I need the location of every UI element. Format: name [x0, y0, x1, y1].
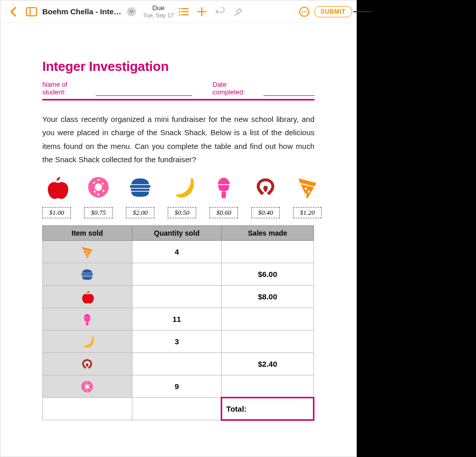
- cell-sales[interactable]: [222, 375, 314, 398]
- document-title: Boehm Chella - Integers I...: [42, 7, 124, 16]
- price-row: $1.00 $0.75 $2.00 $0.50 $0.60 $0.40 $1.2…: [42, 174, 314, 218]
- table-row: 3: [43, 331, 314, 353]
- due-block: Due Tue, Sep 17: [143, 5, 174, 18]
- name-label: Name of student:: [42, 81, 93, 96]
- undo-icon[interactable]: [211, 3, 229, 20]
- cell-qty[interactable]: [132, 353, 222, 375]
- price-item-banana: $0.50: [168, 174, 196, 218]
- svg-rect-14: [27, 8, 37, 16]
- price-item-pretzel: $0.40: [251, 174, 280, 218]
- price-box-icecream[interactable]: $0.60: [209, 207, 238, 218]
- date-blank-line[interactable]: [263, 89, 314, 96]
- icecream-icon: [212, 174, 235, 200]
- apple-icon: [45, 174, 68, 200]
- table-row: $8.00: [43, 286, 314, 308]
- gavel-icon[interactable]: [230, 3, 247, 20]
- submit-button[interactable]: SUBMIT: [314, 6, 352, 17]
- back-button[interactable]: [5, 3, 22, 20]
- intro-text: Your class recently organized a mini fun…: [42, 113, 314, 166]
- cell-qty[interactable]: 11: [132, 308, 222, 331]
- price-box-donut[interactable]: $0.75: [84, 207, 113, 218]
- cell-sales[interactable]: [222, 331, 314, 353]
- title-dropdown[interactable]: [127, 7, 136, 16]
- price-item-donut: $0.75: [84, 174, 113, 218]
- price-box-burger[interactable]: $2.00: [126, 207, 154, 218]
- price-box-pizza[interactable]: $1.20: [293, 207, 322, 218]
- pizza-icon: [296, 174, 319, 200]
- header-sales: Sales made: [222, 226, 314, 241]
- total-blank-2: [132, 398, 222, 420]
- page-heading: Integer Investigation: [42, 59, 314, 74]
- price-box-apple[interactable]: $1.00: [42, 207, 71, 218]
- price-box-pretzel[interactable]: $0.40: [251, 207, 280, 218]
- cell-qty[interactable]: 9: [132, 375, 222, 398]
- cell-sales[interactable]: $8.00: [222, 286, 314, 308]
- list-icon[interactable]: [175, 3, 192, 20]
- table-row: $2.40: [43, 353, 314, 375]
- svg-point-26: [304, 11, 305, 12]
- page-content: Integer Investigation Name of student: D…: [1, 23, 356, 431]
- due-label: Due: [143, 5, 174, 12]
- due-date: Tue, Sep 17: [143, 12, 174, 18]
- price-item-pizza: $1.20: [293, 174, 322, 218]
- cell-qty[interactable]: [132, 286, 222, 308]
- meta-row: Name of student: Date completed:: [42, 81, 314, 96]
- cell-item-banana: [43, 331, 133, 353]
- cell-sales[interactable]: [222, 241, 314, 263]
- date-field: Date completed:: [213, 81, 314, 96]
- sales-table: Item sold Quantity sold Sales made 4 $6.…: [42, 225, 314, 421]
- table-row: 4: [43, 241, 314, 263]
- cell-sales[interactable]: [222, 308, 314, 331]
- header-qty: Quantity sold: [132, 226, 222, 241]
- header-item: Item sold: [43, 226, 133, 241]
- table-header-row: Item sold Quantity sold Sales made: [43, 226, 314, 241]
- pretzel-icon: [254, 174, 277, 200]
- table-total-row: Total:: [43, 398, 314, 420]
- total-cell[interactable]: Total:: [222, 398, 314, 420]
- cell-item-apple: [43, 286, 133, 308]
- burger-icon: [128, 174, 152, 200]
- cell-sales[interactable]: $2.40: [222, 353, 314, 375]
- app-window: Boehm Chella - Integers I... Due Tue, Se…: [0, 0, 357, 457]
- date-label: Date completed:: [213, 81, 260, 96]
- cell-item-burger: [43, 263, 133, 286]
- add-icon[interactable]: [193, 3, 210, 20]
- price-item-apple: $1.00: [42, 174, 71, 218]
- name-blank-line[interactable]: [96, 89, 192, 96]
- price-box-banana[interactable]: $0.50: [168, 207, 196, 218]
- price-item-icecream: $0.60: [209, 174, 238, 218]
- banana-icon: [170, 174, 194, 200]
- svg-point-27: [306, 11, 307, 12]
- more-icon[interactable]: [296, 3, 313, 20]
- sidebar-toggle-icon[interactable]: [23, 3, 40, 20]
- total-blank-1: [43, 398, 133, 420]
- svg-point-20: [178, 14, 180, 15]
- svg-point-16: [178, 8, 180, 9]
- cell-qty[interactable]: [132, 263, 222, 286]
- cell-item-icecream: [43, 308, 133, 331]
- donut-icon: [87, 174, 110, 200]
- table-row: $6.00: [43, 263, 314, 286]
- cell-item-donut: [43, 375, 133, 398]
- svg-point-25: [302, 11, 303, 12]
- cell-qty[interactable]: 4: [132, 241, 222, 263]
- name-field: Name of student:: [42, 81, 192, 96]
- cell-qty[interactable]: 3: [132, 331, 222, 353]
- cell-item-pretzel: [43, 353, 133, 375]
- toolbar: Boehm Chella - Integers I... Due Tue, Se…: [1, 1, 356, 23]
- table-row: 11: [43, 308, 314, 331]
- table-row: 9: [43, 375, 314, 398]
- heading-divider: [42, 99, 314, 100]
- price-item-burger: $2.00: [126, 174, 154, 218]
- callout-line: [353, 11, 372, 12]
- svg-point-18: [178, 11, 180, 12]
- cell-item-pizza: [43, 241, 133, 263]
- cell-sales[interactable]: $6.00: [222, 263, 314, 286]
